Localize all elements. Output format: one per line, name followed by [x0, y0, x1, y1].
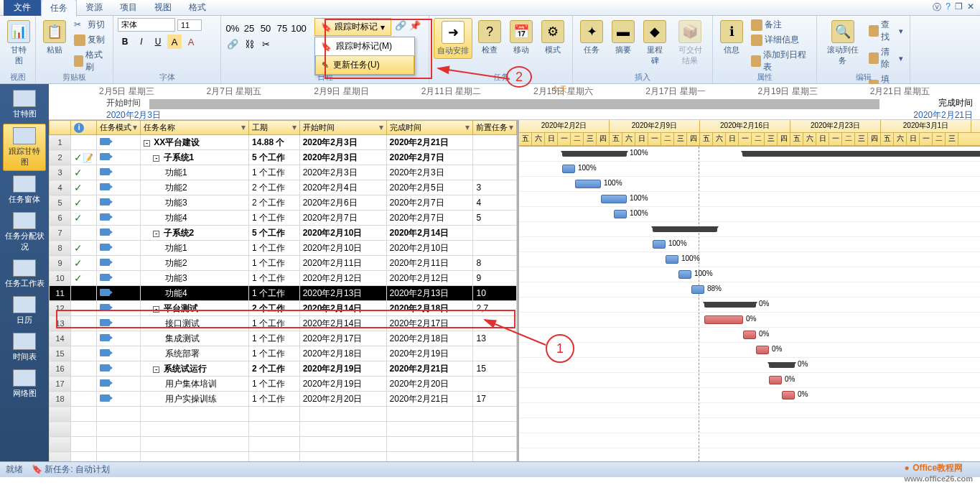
gantt-bar[interactable]	[653, 240, 666, 249]
insert-deliverable-button[interactable]: 📦可交付结果	[672, 18, 708, 68]
insert-summary-button[interactable]: ▬摘要	[609, 18, 638, 57]
gantt-bar[interactable]	[756, 346, 769, 354]
table-row[interactable]: 8✓ 功能11 个工作2020年2月10日2020年2月10日	[50, 241, 517, 256]
gantt-bar[interactable]	[704, 315, 743, 324]
table-row[interactable]: 9✓ 功能21 个工作2020年2月11日2020年2月11日8	[50, 256, 517, 271]
gantt-bar[interactable]	[562, 165, 575, 173]
pct0-button[interactable]: 0%	[225, 21, 240, 35]
sidebar-item-5[interactable]: 日历	[3, 293, 46, 328]
unlink-button[interactable]: ⛓	[242, 37, 256, 51]
table-row[interactable]: 18 用户实操训练1 个工作2020年2月20日2020年2月21日17	[50, 392, 517, 407]
auto-schedule-button[interactable]: ➜自动安排	[434, 18, 472, 59]
gantt-bar[interactable]	[575, 180, 601, 188]
details-button[interactable]: 详细信息	[749, 33, 812, 47]
mode-button[interactable]: ⚙模式	[538, 18, 567, 57]
fontcolor-button[interactable]: A	[184, 34, 198, 49]
table-row[interactable]: 6✓ 功能41 个工作2020年2月7日2020年2月7日5	[50, 211, 517, 226]
table-row[interactable]: 1- XX平台建设14.88 个2020年2月3日2020年2月21日	[50, 135, 517, 150]
table-row[interactable]: 2✓📝 - 子系统15 个工作2020年2月3日2020年2月7日	[50, 150, 517, 165]
pct100-button[interactable]: 100	[291, 21, 306, 35]
track-mark-item[interactable]: 🔖跟踪时标记(M)	[315, 37, 414, 55]
copy-button[interactable]: 复制	[72, 33, 108, 47]
bold-button[interactable]: B	[118, 34, 132, 49]
table-row[interactable]: 17 用户集体培训1 个工作2020年2月19日2020年2月20日	[50, 377, 517, 392]
gantt-bar[interactable]	[743, 331, 756, 339]
gantt-chart[interactable]: 2020年2月2日2020年2月9日2020年2月16日2020年2月23日20…	[519, 120, 980, 461]
col-header-0[interactable]	[50, 121, 71, 135]
gantt-bar[interactable]	[691, 285, 704, 294]
col-header-1[interactable]: i	[71, 121, 97, 135]
table-row[interactable]: 12 - 平台测试2 个工作2020年2月14日2020年2月18日2,7	[50, 301, 517, 316]
tab-format[interactable]: 格式	[180, 0, 215, 16]
font-size-select[interactable]: 11	[177, 19, 202, 31]
table-row[interactable]: 14 集成测试1 个工作2020年2月17日2020年2月18日13	[50, 331, 517, 346]
insert-task-button[interactable]: ✦任务	[577, 18, 606, 57]
italic-button[interactable]: I	[134, 34, 149, 49]
sidebar-item-2[interactable]: 任务窗体	[3, 172, 46, 208]
paste-button[interactable]: 📋粘贴	[40, 18, 69, 57]
table-row[interactable]: 13 接口测试1 个工作2020年2月14日2020年2月17日	[50, 316, 517, 331]
add-timeline-button[interactable]: 添加到日程表	[749, 48, 812, 74]
minimize-ribbon-icon[interactable]: ⓥ	[933, 1, 941, 14]
window-restore-icon[interactable]: ❐	[955, 1, 963, 14]
find-button[interactable]: 查找▾	[867, 18, 905, 44]
tab-task[interactable]: 任务	[41, 0, 77, 17]
gantt-bar[interactable]	[704, 302, 756, 308]
update-task-item[interactable]: ✎更新任务(U)	[315, 55, 414, 75]
respect-links-button[interactable]: 🔗	[393, 18, 408, 32]
font-name-select[interactable]: 宋体	[118, 18, 175, 32]
clear-button[interactable]: 清除▾	[867, 45, 905, 71]
col-header-7[interactable]: 前置任务▾	[473, 121, 517, 135]
underline-button[interactable]: U	[151, 34, 165, 49]
gantt-bar[interactable]	[653, 226, 717, 232]
col-header-4[interactable]: 工期▾	[249, 121, 300, 135]
table-row[interactable]: 15 系统部署1 个工作2020年2月18日2020年2月19日	[50, 346, 517, 361]
inspect-button[interactable]: ?检查	[475, 18, 504, 57]
help-icon[interactable]: ?	[946, 1, 951, 14]
bgcolor-button[interactable]: A	[167, 34, 182, 49]
inactivate-button[interactable]: 📌	[408, 18, 422, 32]
gantt-bar[interactable]	[769, 376, 782, 384]
gantt-bar[interactable]	[782, 391, 795, 400]
gantt-bar[interactable]	[678, 270, 691, 279]
sidebar-item-3[interactable]: 任务分配状况	[3, 209, 46, 255]
tab-file[interactable]: 文件	[4, 0, 41, 16]
table-row[interactable]: 16 - 系统试运行2 个工作2020年2月19日2020年2月21日15	[50, 361, 517, 377]
col-header-5[interactable]: 开始时间▾	[299, 121, 386, 135]
sidebar-item-7[interactable]: 网络图	[3, 366, 46, 402]
gantt-view-button[interactable]: 📊甘特图	[4, 18, 33, 68]
col-header-3[interactable]: 任务名称▾	[140, 121, 248, 135]
gantt-bar[interactable]	[614, 210, 627, 218]
info-button[interactable]: ℹ信息	[717, 18, 746, 57]
table-row[interactable]: 5✓ 功能32 个工作2020年2月6日2020年2月7日4	[50, 195, 517, 211]
scroll-to-task-button[interactable]: 🔍滚动到任务	[821, 18, 864, 68]
cut-button[interactable]: ✂剪切	[72, 18, 108, 32]
gantt-bar[interactable]	[601, 195, 627, 203]
notes-button[interactable]: 备注	[749, 18, 812, 32]
move-button[interactable]: 📅移动	[507, 18, 536, 57]
col-header-6[interactable]: 完成时间▾	[386, 121, 473, 135]
sidebar-item-6[interactable]: 时间表	[3, 330, 46, 365]
pct75-button[interactable]: 75	[275, 21, 289, 35]
split-button[interactable]: ✂	[258, 37, 273, 51]
table-row[interactable]: 11 功能41 个工作2020年2月13日2020年2月13日10	[50, 286, 517, 301]
task-grid[interactable]: i任务模式▾任务名称▾工期▾开始时间▾完成时间▾前置任务▾ 1- XX平台建设1…	[49, 120, 519, 461]
tab-project[interactable]: 项目	[111, 0, 146, 16]
table-row[interactable]: 4✓ 功能22 个工作2020年2月4日2020年2月5日3	[50, 180, 517, 195]
track-mark-dropdown[interactable]: 🔖跟踪时标记▾	[314, 18, 391, 36]
gantt-bar[interactable]	[666, 255, 678, 264]
sidebar-item-0[interactable]: 甘特图	[3, 87, 46, 122]
table-row[interactable]: 3✓ 功能11 个工作2020年2月3日2020年2月3日	[50, 165, 517, 180]
gantt-bar[interactable]	[769, 362, 795, 368]
pct25-button[interactable]: 25	[242, 21, 256, 35]
table-row[interactable]: 10✓ 功能31 个工作2020年2月12日2020年2月12日9	[50, 271, 517, 286]
gantt-bar[interactable]	[562, 151, 627, 157]
table-row[interactable]: 7 - 子系统25 个工作2020年2月10日2020年2月14日	[50, 226, 517, 241]
tab-resource[interactable]: 资源	[77, 0, 111, 16]
insert-milestone-button[interactable]: ◆里程碑	[640, 18, 669, 68]
link-button[interactable]: 🔗	[225, 37, 240, 51]
sidebar-item-1[interactable]: 跟踪甘特图	[3, 124, 46, 171]
window-close-icon[interactable]: ✕	[967, 1, 974, 14]
col-header-2[interactable]: 任务模式▾	[97, 121, 140, 135]
sidebar-item-4[interactable]: 任务工作表	[3, 257, 46, 292]
